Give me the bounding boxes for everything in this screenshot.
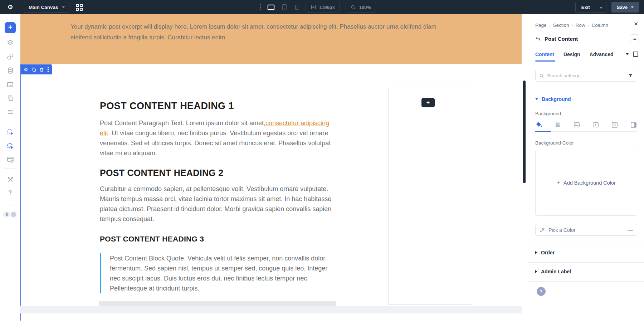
save-label: Save [617, 5, 628, 10]
panel-divider [528, 244, 644, 244]
background-section-toggle[interactable]: Background [535, 96, 571, 102]
settings-panel: Page › Section › Row › Column ✕ Post Con… [528, 14, 644, 322]
help-icon[interactable]: ? [0, 190, 20, 196]
background-field-label: Background [535, 111, 561, 116]
pick-a-color-label: Pick a Color [548, 227, 575, 233]
order-section-toggle[interactable]: Order [535, 250, 555, 255]
triangle-collapsed-icon [535, 251, 537, 254]
tablet-view-icon[interactable] [281, 4, 288, 11]
breadcrumb-separator-icon: › [549, 23, 551, 28]
add-element-button[interactable]: + [5, 22, 16, 33]
panel-divider [528, 262, 644, 263]
breadcrumb-row[interactable]: Row [576, 23, 585, 28]
browser-settings-icon[interactable] [0, 156, 20, 164]
background-pattern-icon[interactable] [611, 121, 618, 128]
post-paragraph-1: Post Content Paragraph Text. Lorem ipsum… [100, 118, 332, 158]
background-video-icon[interactable] [592, 121, 599, 128]
panel-help-button[interactable]: ? [537, 287, 546, 296]
top-toolbar: ⚙ Main Canvas 1196px 100% Exit [0, 0, 644, 14]
canvas-zoom-value: 100% [359, 5, 371, 10]
triangle-collapsed-icon [535, 270, 537, 273]
add-background-color-label: Add Background Color [564, 180, 616, 186]
save-button[interactable]: Save [611, 2, 639, 13]
post-blockquote: Post Content Block Quote. Vehicula velit… [100, 253, 332, 293]
module-settings-gear-icon[interactable]: ⚙ [24, 67, 28, 72]
eyedropper-icon [540, 227, 545, 233]
tab-content[interactable]: Content [535, 52, 554, 57]
canvas-selector-dropdown[interactable]: Main Canvas [24, 2, 69, 13]
add-module-button[interactable]: + [421, 98, 435, 107]
admin-label-section-toggle[interactable]: Admin Label [535, 269, 571, 274]
post-heading-3: POST CONTENT HEADING 3 [100, 234, 332, 244]
add-background-color-button[interactable]: + Add Background Color [557, 179, 616, 186]
design-presets-icon[interactable] [0, 53, 20, 60]
background-tabs-active-underline [535, 131, 551, 132]
back-arrow-icon[interactable] [535, 36, 541, 42]
phone-view-icon[interactable] [294, 4, 300, 10]
post-excerpt-section[interactable]: Your dynamic post excerpt will display h… [20, 14, 522, 64]
breadcrumb-page[interactable]: Page [535, 23, 547, 28]
close-panel-icon[interactable]: ✕ [634, 21, 638, 27]
tabs-chevron-down-icon[interactable] [626, 53, 629, 55]
layers-icon[interactable] [0, 39, 20, 47]
canvas-vertical-scrollbar[interactable] [523, 80, 526, 183]
interaction-filled-icon[interactable] [0, 142, 20, 150]
more-options-icon[interactable] [260, 4, 261, 10]
breadcrumb: Page › Section › Row › Column [535, 23, 608, 28]
interaction-outline-icon[interactable] [0, 128, 20, 136]
canvas-selector-label: Main Canvas [29, 5, 58, 10]
breadcrumb-separator-icon: › [572, 23, 573, 28]
filter-funnel-icon[interactable] [628, 73, 633, 78]
sidebar-divider [4, 168, 16, 169]
empty-column[interactable]: + [388, 88, 472, 305]
background-color-label: Background Color [535, 140, 574, 146]
plus-icon: + [557, 179, 560, 186]
toggle-gear-knob: ⚙ [4, 211, 10, 218]
post-heading-2: POST CONTENT HEADING 2 [100, 167, 332, 179]
module-action-toolbar: ⚙ [20, 64, 52, 74]
breadcrumb-section[interactable]: Section [553, 23, 569, 28]
dock-panel-icon [632, 36, 637, 42]
tab-advanced[interactable]: Advanced [590, 52, 614, 57]
sidebar-divider [4, 123, 16, 123]
breadcrumb-column[interactable]: Column [592, 23, 609, 28]
view-controls: 1196px 100% [260, 0, 376, 14]
post-paragraph-2: Curabitur a commodo sapien, at pellentes… [100, 184, 332, 224]
selected-module-outline [20, 64, 21, 321]
exit-button[interactable]: Exit [575, 2, 606, 13]
background-color-bucket-icon[interactable] [535, 121, 543, 128]
builder-canvas: Your dynamic post excerpt will display h… [20, 14, 528, 322]
desktop-view-icon[interactable] [267, 3, 275, 11]
dock-panel-button[interactable] [630, 34, 639, 43]
pick-a-color-field[interactable]: Pick a Color — [535, 224, 637, 236]
canvas-zoom-field[interactable]: 100% [346, 2, 376, 13]
background-color-swatch-area[interactable]: + Add Background Color [535, 150, 637, 216]
builder-left-sidebar: + ? ⚙ [0, 14, 20, 322]
background-type-tabs [535, 121, 637, 128]
canvas-width-field[interactable]: 1196px [306, 2, 340, 13]
module-more-options-icon[interactable] [47, 67, 49, 72]
tools-icon[interactable] [0, 176, 20, 183]
save-dropdown-chevron-icon[interactable] [631, 6, 634, 8]
preview-mode-icon[interactable] [632, 51, 639, 58]
canvas-width-value: 1196px [319, 5, 335, 10]
background-gradient-icon[interactable] [555, 121, 561, 128]
module-card-icon[interactable] [0, 81, 20, 88]
exit-dropdown-chevron-icon[interactable] [596, 5, 606, 10]
layout-grid-icon[interactable] [76, 4, 83, 11]
builder-mode-toggle[interactable]: ⚙ [3, 211, 17, 218]
field-list-icon[interactable] [0, 108, 20, 116]
background-section-title: Background [542, 96, 571, 102]
post-content-module[interactable]: POST CONTENT HEADING 1 Post Content Para… [100, 100, 332, 293]
order-section-title: Order [541, 250, 555, 255]
module-duplicate-icon[interactable] [31, 67, 36, 72]
settings-search-input[interactable] [547, 73, 625, 78]
module-delete-trash-icon[interactable] [39, 67, 44, 72]
background-image-icon[interactable] [573, 121, 580, 128]
background-mask-icon[interactable] [630, 121, 637, 128]
post-heading-1: POST CONTENT HEADING 1 [100, 100, 332, 112]
builder-settings-gear-icon[interactable]: ⚙ [0, 0, 20, 14]
copy-pages-icon[interactable] [0, 94, 20, 102]
database-icon[interactable] [0, 67, 20, 74]
tab-design[interactable]: Design [564, 52, 580, 57]
